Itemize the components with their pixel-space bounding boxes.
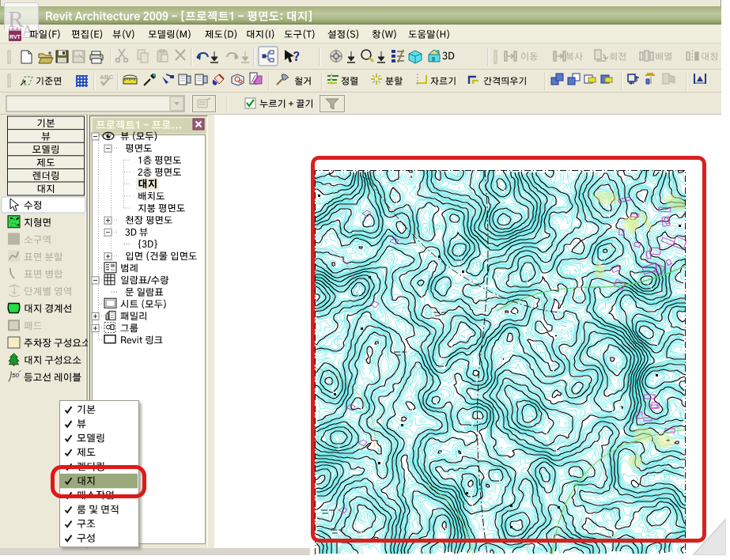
svg-text:50: 50: [12, 372, 19, 379]
svg-text:ABC: ABC: [100, 74, 114, 81]
svg-text:RVT: RVT: [9, 34, 21, 40]
